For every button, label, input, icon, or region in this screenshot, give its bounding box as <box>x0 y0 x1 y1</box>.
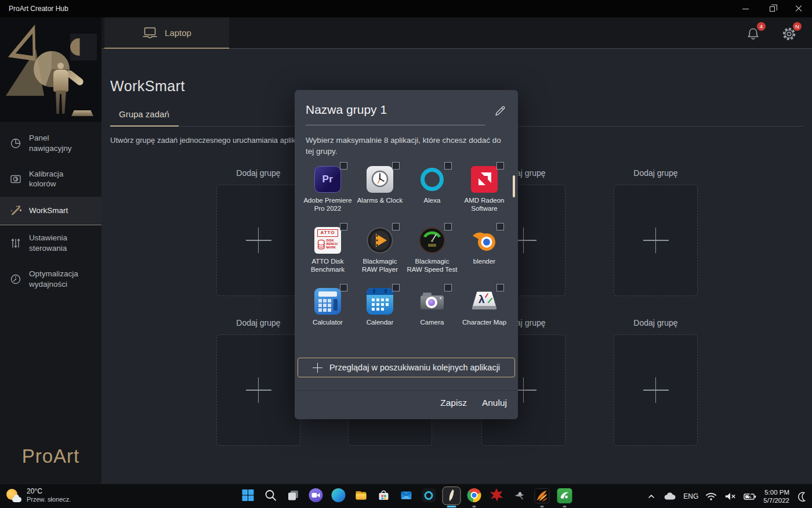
group-name-field[interactable]: Nazwa grupy 1 <box>306 103 485 125</box>
add-group-card[interactable] <box>614 185 698 296</box>
notification-center-button[interactable] <box>796 491 807 502</box>
notifications-badge: 4 <box>757 22 766 31</box>
wifi-button[interactable] <box>705 491 717 502</box>
app-checkbox[interactable] <box>340 162 347 170</box>
battery-button[interactable] <box>743 491 757 502</box>
red-app-button[interactable] <box>485 484 508 508</box>
mail-icon <box>399 488 413 502</box>
gray-app-button[interactable] <box>508 484 531 508</box>
settings-button[interactable]: N <box>778 23 799 44</box>
calendar-icon <box>367 288 393 315</box>
weather-widget[interactable]: 20°C Przew. słonecz. <box>6 487 71 504</box>
calculator-icon <box>314 288 341 315</box>
chrome-button[interactable] <box>463 484 485 508</box>
chevron-up-icon <box>646 491 657 502</box>
app-checkbox[interactable] <box>496 162 504 170</box>
app-item[interactable]: ATTO DISK BENCH MARK ATTO Disk Benchmark <box>302 226 354 287</box>
app-item[interactable]: Alarms & Clock <box>354 165 406 226</box>
plus-icon <box>245 377 272 403</box>
start-button[interactable] <box>237 484 259 508</box>
taskbar-clock[interactable]: 5:00 PM 5/7/2022 <box>763 488 789 505</box>
app-checkbox[interactable] <box>444 284 452 291</box>
volume-muted-button[interactable] <box>724 491 737 502</box>
edit-group-name-button[interactable] <box>493 104 507 120</box>
app-name: Alexa <box>424 197 441 205</box>
sidebar-item-ustawienia-sterowania[interactable]: Ustawienia sterowania <box>0 225 102 261</box>
app-name: blender <box>473 258 495 266</box>
file-explorer-button[interactable] <box>350 484 372 508</box>
task-view-button[interactable] <box>282 484 304 508</box>
sidebar-item-worksmart[interactable]: WorkSmart <box>0 197 102 225</box>
app-item[interactable]: λ Character Map <box>458 287 510 348</box>
restore-button[interactable] <box>759 0 785 17</box>
sidebar-nav: Panel nawigacyjny Kalibracja kolorów Wor… <box>0 125 102 297</box>
language-indicator[interactable]: ENG <box>683 492 698 500</box>
window-title: ProArt Creator Hub <box>9 5 68 13</box>
sidebar-item-panel-nawigacyjny[interactable]: Panel nawigacyjny <box>0 125 102 161</box>
add-group-card[interactable] <box>216 185 300 296</box>
chat-button[interactable] <box>304 484 327 508</box>
app-checkbox[interactable] <box>340 223 347 230</box>
file-explorer-icon <box>354 488 368 502</box>
onedrive-button[interactable] <box>663 491 677 502</box>
orange-app-button[interactable] <box>531 484 553 508</box>
add-group-card[interactable] <box>216 334 300 446</box>
microsoft-store-button[interactable] <box>372 484 395 508</box>
app-checkbox[interactable] <box>444 223 452 230</box>
title-bar: ProArt Creator Hub <box>0 0 812 17</box>
modal-scrollbar[interactable] <box>513 175 515 197</box>
alexa-app-button[interactable] <box>418 484 440 508</box>
app-checkbox[interactable] <box>392 284 400 291</box>
notifications-button[interactable]: 4 <box>742 23 763 44</box>
microsoft-store-icon <box>376 488 390 502</box>
app-checkbox[interactable] <box>392 162 400 170</box>
browse-more-apps-button[interactable]: Przeglądaj w poszukiwaniu kolejnych apli… <box>298 358 515 377</box>
app-item[interactable]: Camera <box>406 287 458 348</box>
mail-button[interactable] <box>395 484 418 508</box>
app-item[interactable]: blender <box>458 226 510 287</box>
app-item[interactable]: Alexa <box>406 165 458 226</box>
moon-icon <box>796 491 807 502</box>
app-checkbox[interactable] <box>496 284 504 291</box>
performance-gauge-icon <box>9 273 22 286</box>
active-window-indicator <box>447 506 456 507</box>
app-item[interactable]: Calendar <box>354 287 406 348</box>
app-name: Blackmagic RAW Speed Test <box>407 258 458 274</box>
app-checkbox[interactable] <box>444 162 452 170</box>
add-group-card[interactable] <box>614 334 698 446</box>
weather-condition: Przew. słonecz. <box>27 496 71 504</box>
app-item[interactable]: AMD Radeon Software <box>458 165 510 226</box>
cancel-button[interactable]: Anuluj <box>482 398 507 408</box>
sidebar-item-optymalizacja-wydajnosci[interactable]: Optymalizacja wydajności <box>0 261 102 297</box>
app-checkbox[interactable] <box>392 223 400 230</box>
add-group-label: Dodaj grupę <box>216 318 300 330</box>
tab-laptop[interactable]: Laptop <box>104 17 229 49</box>
app-item[interactable]: Calculator <box>302 287 354 348</box>
green-app-button[interactable] <box>553 484 576 508</box>
add-group-label: Dodaj grupę <box>614 168 698 180</box>
close-button[interactable] <box>785 0 812 17</box>
app-item[interactable]: Blackmagic RAW Speed Test <box>406 226 458 287</box>
app-name: Camera <box>420 319 444 327</box>
search-button[interactable] <box>259 484 282 508</box>
app-name: Character Map <box>462 319 506 327</box>
plus-icon <box>643 227 669 254</box>
blender-icon <box>471 227 498 254</box>
gray-app-icon <box>512 488 526 502</box>
atto-icon: ATTO DISK BENCH MARK <box>314 227 341 254</box>
edge-browser-button[interactable] <box>327 484 350 508</box>
app-checkbox[interactable] <box>340 284 347 291</box>
minimize-button[interactable] <box>732 0 759 17</box>
proart-creator-hub-button[interactable] <box>440 484 463 508</box>
tab-grupa-zadan[interactable]: Grupa zadań <box>110 109 179 127</box>
dialog-subtitle: Wybierz maksymalnie 8 aplikacji, które c… <box>306 135 507 157</box>
tray-expand-button[interactable] <box>646 491 657 502</box>
app-checkbox[interactable] <box>496 223 504 230</box>
sidebar-item-kalibracja-kolorow[interactable]: Kalibracja kolorów <box>0 161 102 197</box>
browse-more-apps-label: Przeglądaj w poszukiwaniu kolejnych apli… <box>329 363 500 372</box>
app-item[interactable]: Pr Adobe Premiere Pro 2022 <box>302 165 354 226</box>
app-item[interactable]: Blackmagic RAW Player <box>354 226 406 287</box>
save-button[interactable]: Zapisz <box>440 398 467 408</box>
camera-icon <box>419 288 445 315</box>
close-icon <box>795 5 802 12</box>
